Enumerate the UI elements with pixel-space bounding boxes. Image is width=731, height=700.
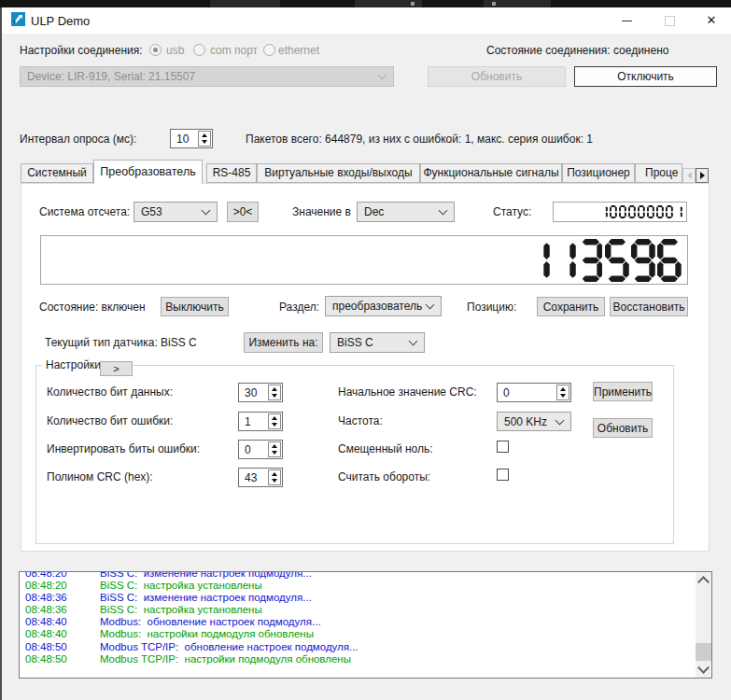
spinner-arrows[interactable] [268, 413, 281, 429]
arrow-right-icon [700, 172, 705, 179]
sensor-type-value: BiSS C [337, 336, 373, 349]
crc-init-label: Начальное значение CRC: [338, 385, 477, 399]
taskbar-icon [411, 2, 415, 6]
spinner-value: 0 [245, 443, 251, 456]
tab-processor[interactable]: Проце [635, 163, 682, 183]
titlebar: ULP Demo ✕ [0, 7, 731, 34]
refresh-button[interactable]: Обновить [428, 66, 566, 87]
count-turns-label: Считать обороты: [338, 470, 430, 484]
maximize-icon [665, 16, 675, 26]
log-time: 08:48:20 [25, 571, 67, 579]
chevron-down-icon [439, 206, 448, 216]
crc-init-spinner[interactable]: 0 [497, 383, 571, 402]
packets-stats-text: Пакетов всего: 644879, из них с ошибкой:… [246, 133, 593, 147]
apply-button[interactable]: Применить [593, 382, 653, 401]
taskbar-segment [210, 0, 280, 7]
offset-zero-label: Смещенный ноль: [338, 442, 433, 456]
radio-com-port[interactable] [193, 44, 205, 56]
crc-poly-spinner[interactable]: 43 [238, 468, 283, 487]
tab-scroll-left-button[interactable] [682, 168, 696, 183]
data-bits-label: Количество бит данных: [47, 385, 173, 399]
restore-position-button[interactable]: Восстановить [610, 297, 688, 316]
offset-zero-checkbox[interactable] [497, 441, 509, 453]
connection-settings-label: Настройки соединения: [20, 44, 143, 58]
tab-positioner[interactable]: Позиционер [562, 163, 635, 183]
section-select[interactable]: преобразователь [325, 296, 442, 316]
log-time: 08:48:36 [25, 592, 67, 603]
log-message: BiSS C: изменение настроек подмодуля... [100, 571, 312, 579]
log-message: Modbus: обновление настроек подмодуля... [100, 616, 321, 627]
save-position-button[interactable]: Сохранить [537, 297, 605, 316]
log-content: 08:48:20BiSS C: изменение настроек подмо… [20, 571, 695, 665]
change-sensor-button[interactable]: Изменить на: [244, 332, 323, 353]
radio-ethernet-label: ethernet [278, 44, 319, 58]
scroll-up-button[interactable] [696, 572, 711, 588]
log-message: Modbus TCP/IP: настройки подмодуля обнов… [100, 653, 351, 665]
scroll-down-button[interactable] [696, 662, 711, 678]
status-display [553, 202, 687, 222]
log-message: Modbus: настройки подмодуля обновлены [100, 628, 314, 639]
value-in-label: Значение в [292, 205, 351, 219]
taskbar-icon [492, 2, 496, 6]
spinner-value: 10 [176, 133, 189, 146]
log-line: 08:48:20BiSS C: изменение настроек подмо… [20, 571, 695, 580]
chevron-down-icon [409, 337, 418, 346]
log-line: 08:48:36BiSS C: изменение настроек подмо… [20, 592, 695, 604]
tab-system[interactable]: Системный [21, 163, 93, 183]
spinner-arrows[interactable] [268, 441, 281, 457]
chevron-down-icon [426, 301, 435, 310]
spinner-arrows[interactable] [268, 385, 281, 400]
spinner-value: 30 [245, 386, 257, 399]
tab-converter[interactable]: Преобразователь [93, 160, 203, 184]
tab-virtual-io[interactable]: Виртуальные входы/выходы [257, 163, 420, 183]
log-time: 08:48:36 [25, 604, 67, 615]
sensor-type-select[interactable]: BiSS C [330, 332, 425, 353]
log-line: 08:48:50Modbus TCP/IP: обновление настро… [20, 641, 695, 653]
update-button[interactable]: Обновить [593, 418, 653, 438]
chevron-down-icon [697, 662, 710, 674]
settings-group-label: Настройки [42, 358, 105, 372]
zero-button[interactable]: >0< [227, 202, 259, 222]
ref-system-value: G53 [141, 205, 162, 218]
device-select[interactable]: Device: LIR-919, Serial: 21.15507 [20, 66, 394, 87]
spinner-arrows[interactable] [556, 385, 569, 400]
spinner-arrows[interactable] [268, 469, 281, 485]
poll-interval-label: Интервал опроса (мс): [20, 133, 136, 147]
ref-system-select[interactable]: G53 [134, 202, 218, 222]
state-label: Состояние: включен [39, 301, 146, 315]
invert-error-bits-spinner[interactable]: 0 [238, 440, 283, 459]
spinner-up-icon[interactable] [199, 132, 210, 139]
tab-rs485[interactable]: RS-485 [206, 163, 257, 183]
count-turns-checkbox[interactable] [497, 469, 509, 481]
power-off-button[interactable]: Выключить [161, 297, 229, 316]
settings-expand-button[interactable]: > [100, 361, 133, 376]
scroll-thumb[interactable] [696, 643, 711, 661]
position-label: Позицию: [467, 301, 516, 315]
section-label: Раздел: [279, 301, 319, 315]
error-bits-spinner[interactable]: 1 [238, 412, 283, 431]
value-format-value: Dec [364, 205, 384, 218]
spinner-arrows[interactable] [198, 131, 211, 147]
radio-com-port-label: com порт [210, 44, 258, 58]
spinner-value: 1 [245, 415, 251, 428]
frequency-select[interactable]: 500 KHz [497, 412, 571, 431]
spinner-down-icon[interactable] [199, 139, 210, 147]
minimize-button[interactable] [617, 7, 638, 34]
invert-error-bits-label: Инвертировать биты ошибки: [47, 442, 200, 456]
log-time: 08:48:50 [25, 653, 67, 665]
log-message: BiSS C: настройка установлены [100, 580, 262, 591]
disconnect-button[interactable]: Отключить [574, 66, 717, 87]
poll-interval-spinner[interactable]: 10 [170, 129, 213, 148]
radio-ethernet[interactable] [263, 44, 275, 56]
data-bits-spinner[interactable]: 30 [238, 383, 283, 402]
log-box: 08:48:20BiSS C: изменение настроек подмо… [19, 571, 712, 679]
value-format-select[interactable]: Dec [357, 202, 455, 222]
tab-scroll-right-button[interactable] [696, 168, 709, 183]
close-button[interactable]: ✕ [700, 7, 723, 34]
maximize-button[interactable] [659, 7, 680, 34]
log-scrollbar[interactable] [696, 572, 711, 678]
radio-usb[interactable] [149, 44, 162, 56]
tab-functional-signals[interactable]: Функциональные сигналы [420, 163, 562, 183]
background-taskbar-strip [0, 0, 731, 7]
main-display [40, 235, 688, 285]
